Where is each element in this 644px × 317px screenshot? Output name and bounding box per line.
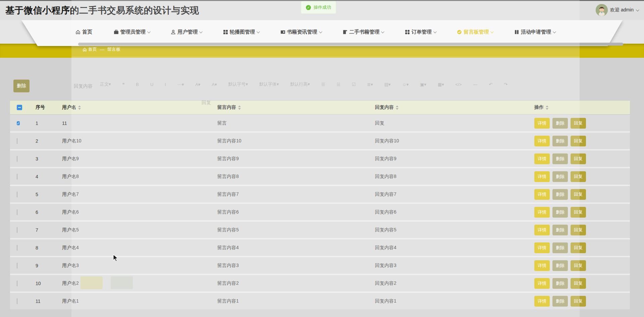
reply-button[interactable]: 回复 (571, 278, 586, 289)
delete-button[interactable]: 删除 (552, 225, 568, 235)
detail-button[interactable]: 详情 (534, 136, 550, 146)
nav-item-label: 首页 (82, 29, 92, 35)
cell-index: 6 (30, 210, 57, 215)
cell-username: 用户名5 (57, 227, 215, 233)
row-checkbox[interactable] (17, 209, 17, 215)
briefcase-icon (114, 30, 119, 35)
table-header-row: 序号 用户名 留言内容 回复内容 操作 (10, 101, 630, 114)
breadcrumb-home-label: 首页 (88, 46, 97, 52)
faded-reply-field-label: 回复内容 (74, 83, 93, 89)
chevron-down-icon (319, 30, 322, 33)
delete-button[interactable]: 删除 (552, 118, 568, 129)
row-actions: 详情 删除 回复 (527, 171, 630, 182)
row-checkbox[interactable] (17, 298, 17, 304)
reply-button[interactable]: 回复 (571, 153, 586, 164)
cell-reply: 回复内容1 (372, 298, 527, 304)
detail-button[interactable]: 详情 (534, 189, 550, 200)
nav-item-书籍资讯管理[interactable]: 书籍资讯管理 (280, 29, 321, 35)
row-checkbox[interactable] (17, 263, 17, 269)
detail-button[interactable]: 详情 (534, 171, 550, 182)
nav-item-label: 留言板管理 (464, 29, 489, 35)
delete-button[interactable]: 删除 (552, 278, 568, 289)
success-toast: ✓ 操作成功 (301, 1, 336, 14)
nav-item-订单管理[interactable]: 订单管理 (405, 29, 436, 35)
breadcrumb-current: 留言板 (107, 46, 120, 52)
detail-button[interactable]: 详情 (534, 296, 550, 307)
sort-carets-icon[interactable] (546, 105, 548, 110)
sort-carets-icon[interactable] (396, 105, 398, 110)
faded-editor-button: ☺▾ (402, 82, 409, 87)
detail-button[interactable]: 详情 (534, 278, 550, 289)
row-checkbox[interactable] (17, 191, 17, 197)
delete-button[interactable]: 删除 (552, 171, 568, 182)
bulk-delete-button[interactable]: 删除 (13, 80, 30, 92)
detail-button[interactable]: 详情 (534, 225, 550, 235)
cell-reply: 回复内容2 (372, 280, 527, 286)
nav-item-轮播图管理[interactable]: 轮播图管理 (223, 29, 259, 35)
row-actions: 详情 删除 回复 (527, 296, 630, 307)
row-checkbox[interactable] (17, 227, 17, 233)
nav-item-用户管理[interactable]: 用户管理 (171, 29, 202, 35)
cell-username: 用户名8 (57, 174, 215, 180)
header-username[interactable]: 用户名 (57, 104, 215, 110)
reply-button[interactable]: 回复 (571, 118, 586, 129)
delete-button[interactable]: 删除 (552, 189, 568, 200)
header-actions-label: 操作 (534, 104, 544, 110)
cell-reply: 回复内容8 (372, 174, 527, 180)
detail-button[interactable]: 详情 (534, 260, 550, 271)
delete-button[interactable]: 删除 (552, 153, 568, 164)
detail-button[interactable]: 详情 (534, 207, 550, 218)
faded-editor-button: </> (455, 82, 462, 87)
nav-item-留言板管理[interactable]: 留言板管理 (457, 29, 493, 35)
table-row: 5 用户名7 留言内容7 回复内容7 详情 删除 回复 (10, 186, 630, 202)
reply-button[interactable]: 回复 (571, 225, 586, 235)
sort-carets-icon[interactable] (238, 105, 241, 110)
faded-editor-button: ▤▾ (384, 82, 391, 87)
reply-button[interactable]: 回复 (571, 171, 586, 182)
nav-item-二手书籍管理[interactable]: 二手书籍管理 (342, 29, 383, 35)
breadcrumb-home-link[interactable]: 首页 (83, 46, 97, 52)
delete-button[interactable]: 删除 (552, 260, 568, 271)
detail-button[interactable]: 详情 (534, 118, 550, 129)
row-checkbox[interactable]: ✓ (17, 121, 20, 125)
detail-button[interactable]: 详情 (534, 153, 550, 164)
row-checkbox[interactable] (17, 138, 17, 144)
row-checkbox[interactable] (17, 280, 17, 286)
header-message[interactable]: 留言内容 (215, 104, 372, 110)
select-all-checkbox[interactable] (17, 105, 22, 110)
row-checkbox[interactable] (17, 156, 17, 162)
header-index-label: 序号 (36, 104, 45, 110)
nav-item-活动申请管理[interactable]: 活动申请管理 (514, 29, 555, 35)
header-reply[interactable]: 回复内容 (372, 104, 527, 110)
nav-item-首页[interactable]: 首页 (75, 29, 92, 35)
reply-button[interactable]: 回复 (571, 260, 586, 271)
header-actions[interactable]: 操作 (527, 104, 630, 110)
chevron-down-icon (257, 30, 260, 33)
cell-username: 用户名10 (57, 138, 215, 144)
nav-item-管理员管理[interactable]: 管理员管理 (114, 29, 150, 35)
table-row: 9 用户名3 留言内容3 回复内容3 详情 删除 回复 (10, 257, 630, 274)
reply-button[interactable]: 回复 (571, 296, 586, 307)
nav-scrollbar[interactable] (78, 43, 623, 46)
reply-button[interactable]: 回复 (571, 189, 586, 200)
delete-button[interactable]: 删除 (552, 207, 568, 218)
reply-button[interactable]: 回复 (571, 242, 586, 253)
delete-button[interactable]: 删除 (552, 136, 568, 146)
main-nav: 首页 管理员管理 用户管理 轮播图管理 书籍资讯管理 二手书籍管理 订单管理 留… (75, 20, 555, 44)
sort-carets-icon[interactable] (78, 105, 81, 110)
header-select-cell (10, 105, 30, 110)
reply-button[interactable]: 回复 (571, 207, 586, 218)
header-index: 序号 (30, 104, 57, 110)
row-checkbox[interactable] (17, 174, 17, 180)
detail-button[interactable]: 详情 (534, 242, 550, 253)
faded-editor-button: ▦▾ (438, 82, 444, 87)
user-menu[interactable]: 欢迎 admin (596, 4, 638, 16)
table-row: 10 用户名2 留言内容2 回复内容2 详情 删除 回复 (10, 275, 630, 291)
delete-button[interactable]: 删除 (552, 242, 568, 253)
chevron-down-icon (381, 30, 384, 33)
orders-icon (405, 30, 410, 35)
delete-button[interactable]: 删除 (552, 296, 568, 307)
row-checkbox[interactable] (17, 245, 17, 251)
reply-button[interactable]: 回复 (571, 136, 586, 146)
nav-item-label: 轮播图管理 (230, 29, 255, 35)
